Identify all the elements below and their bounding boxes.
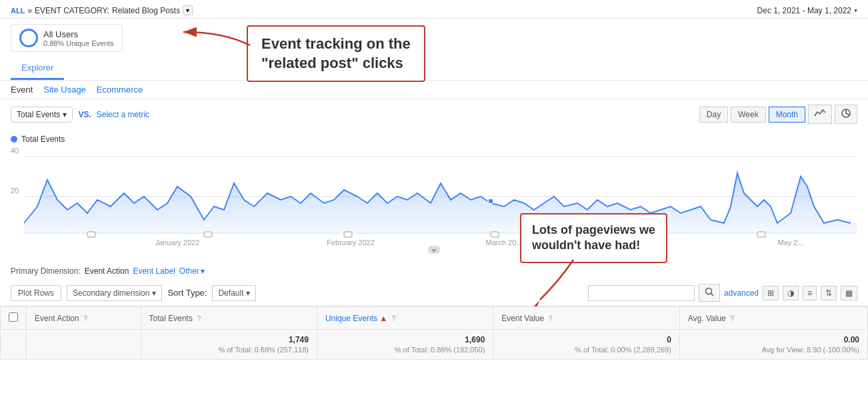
metric-value: Total Events — [17, 110, 60, 119]
metric-right: Day Week Month — [699, 105, 857, 124]
select-all-checkbox[interactable] — [9, 312, 18, 322]
svg-point-13 — [488, 199, 493, 204]
y-label-40: 40 — [11, 147, 19, 155]
table-list-icon-btn[interactable]: ≡ — [803, 286, 817, 300]
table-search-input[interactable] — [588, 285, 695, 301]
segment-sub: 0.88% Unique Events — [43, 39, 114, 47]
other-dropdown[interactable]: Other ▾ — [179, 266, 205, 276]
event-value-help-icon: ? — [549, 314, 553, 322]
segment-name: All Users — [43, 29, 114, 39]
select-metric-link[interactable]: Select a metric — [97, 110, 149, 119]
svg-line-22 — [711, 294, 713, 296]
callout-box-2: Lots of pageviews wewouldn't have had! — [520, 213, 667, 263]
sort-type-label: Sort Type: — [167, 288, 207, 298]
th-total-events[interactable]: Total Events ? — [141, 307, 317, 330]
svg-text:January 2022: January 2022 — [155, 238, 200, 246]
event-label-link[interactable]: Event Label — [133, 266, 175, 276]
pie-chart-icon-btn[interactable] — [835, 105, 857, 124]
week-view-btn[interactable]: Week — [731, 107, 765, 123]
tab-explorer[interactable]: Explorer — [11, 57, 64, 80]
advanced-link[interactable]: advanced — [724, 288, 759, 298]
segment-info: All Users 0.88% Unique Events — [43, 29, 114, 47]
th-event-value: Event Value ? — [493, 307, 679, 330]
total-row-unique-events-cell: 1,690 % of Total: 0.88% (192,050) — [317, 330, 493, 360]
svg-rect-10 — [491, 232, 499, 237]
sort-type-value: Default — [218, 288, 243, 298]
th-unique-events-label: Unique Events — [325, 314, 377, 323]
total-row-checkbox-cell — [1, 330, 27, 360]
svg-rect-8 — [204, 232, 212, 237]
callout-2-text: Lots of pageviews wewouldn't have had! — [532, 223, 655, 252]
th-total-events-label: Total Events — [149, 314, 193, 323]
month-view-btn[interactable]: Month — [769, 107, 805, 123]
avg-value-value: 0.00 — [844, 335, 859, 344]
chart-svg-container: 40 20 — [11, 147, 857, 250]
table-pie-icon-btn[interactable]: ◑ — [783, 286, 799, 300]
day-view-btn[interactable]: Day — [699, 107, 728, 123]
th-unique-events[interactable]: Unique Events ▲ ? — [317, 307, 493, 330]
breadcrumb-separator: » — [27, 6, 32, 15]
svg-text:May 2...: May 2... — [777, 238, 803, 246]
th-event-action: Event Action ? — [27, 307, 141, 330]
sub-tab-event[interactable]: Event — [11, 85, 33, 95]
unique-events-sub: % of Total: 0.88% (192,050) — [325, 346, 485, 354]
event-value-value: 0 — [667, 335, 671, 344]
event-action-help-icon: ? — [83, 314, 87, 322]
unique-events-sort-arrow: ▲ — [379, 314, 387, 323]
table-bar-icon-btn[interactable]: ▦ — [841, 286, 857, 300]
secondary-dimension-arrow: ▾ — [152, 288, 156, 298]
svg-point-21 — [705, 288, 711, 294]
sub-tab-site-usage[interactable]: Site Usage — [43, 85, 86, 95]
table-total-row: 1,749 % of Total: 0.68% (257,118) 1,690 … — [1, 330, 868, 360]
sub-tab-ecommerce[interactable]: Ecommerce — [97, 85, 143, 95]
data-table: Event Action ? Total Events ? Unique Eve… — [0, 306, 868, 360]
breadcrumb-category-label: EVENT CATEGORY: — [35, 6, 109, 15]
unique-events-help-icon: ? — [392, 314, 396, 322]
table-pivot-icon-btn[interactable]: ⇅ — [821, 286, 837, 300]
secondary-dimension-select[interactable]: Secondary dimension ▾ — [67, 285, 162, 301]
primary-dim-label: Primary Dimension: — [11, 266, 81, 276]
date-range-arrow[interactable]: ▾ — [854, 7, 857, 14]
scroll-indicator[interactable] — [427, 245, 441, 254]
vs-label: VS. — [78, 110, 91, 119]
breadcrumb-all-link[interactable]: ALL — [11, 7, 25, 15]
line-chart-icon-btn[interactable] — [808, 105, 832, 124]
th-avg-value-label: Avg. Value — [688, 314, 726, 323]
table-search-btn[interactable] — [699, 284, 720, 302]
metric-dropdown-arrow: ▾ — [63, 110, 67, 119]
callout-1-text: Event tracking on the"related post" clic… — [261, 35, 411, 71]
secondary-dimension-label: Secondary dimension — [73, 288, 149, 298]
segment-bar: All Users 0.88% Unique Events — [0, 19, 868, 57]
chart-legend: Total Events — [11, 135, 857, 144]
sort-type-arrow: ▾ — [246, 288, 250, 298]
segment-circle — [19, 29, 38, 47]
primary-dim-active: Event Action — [85, 266, 129, 276]
metric-control-row: Total Events ▾ VS. Select a metric Day W… — [0, 99, 868, 129]
breadcrumb-dropdown-btn[interactable]: ▾ — [183, 5, 193, 15]
svg-rect-9 — [344, 232, 352, 237]
svg-rect-7 — [87, 232, 95, 237]
table-controls-left: Plot Rows Secondary dimension ▾ Sort Typ… — [11, 285, 256, 301]
callout-box-1: Event tracking on the"related post" clic… — [247, 25, 425, 82]
unique-events-value: 1,690 — [465, 335, 485, 344]
metric-select[interactable]: Total Events ▾ — [11, 107, 73, 123]
metric-left: Total Events ▾ VS. Select a metric — [11, 107, 149, 123]
th-checkbox — [1, 307, 27, 330]
total-row-total-events-cell: 1,749 % of Total: 0.68% (257,118) — [141, 330, 317, 360]
event-value-sub: % of Total: 0.00% (2,289,269) — [501, 346, 671, 354]
table-grid-icon-btn[interactable]: ⊞ — [763, 286, 779, 300]
total-events-help-icon: ? — [197, 314, 201, 322]
total-row-event-value-cell: 0 % of Total: 0.00% (2,289,269) — [493, 330, 679, 360]
total-events-sub: % of Total: 0.68% (257,118) — [149, 346, 309, 354]
tab-row: Explorer — [0, 57, 868, 81]
svg-text:February 2022: February 2022 — [327, 238, 375, 246]
date-range-text: Dec 1, 2021 - May 1, 2022 — [757, 6, 851, 15]
avg-value-sub: Avg for View: 8.90 (-100.00%) — [688, 346, 859, 354]
table-controls: Plot Rows Secondary dimension ▾ Sort Typ… — [0, 280, 868, 306]
sort-type-select[interactable]: Default ▾ — [212, 285, 256, 301]
legend-label: Total Events — [21, 135, 65, 144]
th-event-action-label: Event Action — [35, 314, 79, 323]
breadcrumb: ALL » EVENT CATEGORY: Related Blog Posts… — [11, 5, 193, 15]
legend-dot — [11, 136, 17, 143]
plot-rows-btn[interactable]: Plot Rows — [11, 285, 61, 301]
